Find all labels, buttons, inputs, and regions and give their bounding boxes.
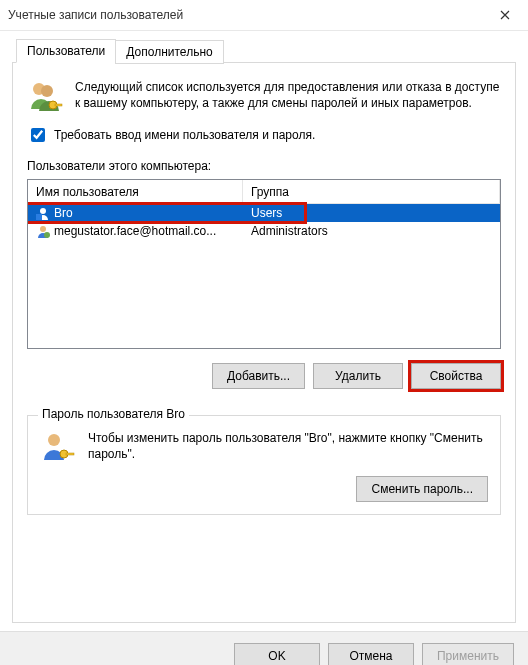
svg-rect-10 <box>66 453 74 455</box>
users-list-label: Пользователи этого компьютера: <box>27 159 501 173</box>
cancel-button[interactable]: Отмена <box>328 643 414 666</box>
row-group: Users <box>243 206 500 220</box>
user-buttons-row: Добавить... Удалить Свойства <box>27 363 501 389</box>
svg-point-8 <box>48 434 60 446</box>
password-help-text: Чтобы изменить пароль пользователя "Bro"… <box>88 430 488 466</box>
svg-rect-3 <box>55 104 62 106</box>
tab-users[interactable]: Пользователи <box>16 39 116 63</box>
table-row[interactable]: megustator.face@hotmail.co... Administra… <box>28 222 500 240</box>
svg-point-6 <box>40 226 46 232</box>
tab-panel-users: Следующий список используется для предос… <box>12 62 516 623</box>
column-header-name[interactable]: Имя пользователя <box>28 180 243 203</box>
table-row[interactable]: Bro Users <box>28 204 500 222</box>
ok-button[interactable]: OK <box>234 643 320 666</box>
window-titlebar: Учетные записи пользователей <box>0 0 528 31</box>
change-password-button[interactable]: Сменить пароль... <box>356 476 488 502</box>
row-name: Bro <box>54 206 73 220</box>
row-group: Administrators <box>243 224 500 238</box>
password-group-legend: Пароль пользователя Bro <box>38 407 189 421</box>
svg-point-7 <box>44 232 50 238</box>
column-header-group[interactable]: Группа <box>243 180 500 203</box>
add-button[interactable]: Добавить... <box>212 363 305 389</box>
window-close-button[interactable] <box>482 0 528 30</box>
tab-advanced[interactable]: Дополнительно <box>115 40 223 64</box>
remove-button[interactable]: Удалить <box>313 363 403 389</box>
close-icon <box>500 10 510 20</box>
user-icon <box>36 224 50 238</box>
require-login-row[interactable]: Требовать ввод имени пользователя и паро… <box>27 125 501 145</box>
require-login-checkbox[interactable] <box>31 128 45 142</box>
password-groupbox: Пароль пользователя Bro Чтобы изменить п… <box>27 415 501 515</box>
window-title: Учетные записи пользователей <box>8 8 482 22</box>
user-icon <box>36 206 50 220</box>
require-login-label: Требовать ввод имени пользователя и паро… <box>54 128 315 142</box>
user-key-icon <box>40 430 76 466</box>
svg-point-1 <box>41 85 53 97</box>
tabstrip: Пользователи Дополнительно <box>12 39 516 63</box>
users-keys-icon <box>27 79 63 115</box>
svg-rect-5 <box>36 214 42 220</box>
properties-button[interactable]: Свойства <box>411 363 501 389</box>
row-name: megustator.face@hotmail.co... <box>54 224 216 238</box>
intro-text: Следующий список используется для предос… <box>75 79 501 115</box>
apply-button[interactable]: Применить <box>422 643 514 666</box>
svg-point-4 <box>40 208 46 214</box>
users-listview[interactable]: Имя пользователя Группа Bro Users megus <box>27 179 501 349</box>
dialog-footer: OK Отмена Применить <box>0 631 528 665</box>
listview-header: Имя пользователя Группа <box>28 180 500 204</box>
